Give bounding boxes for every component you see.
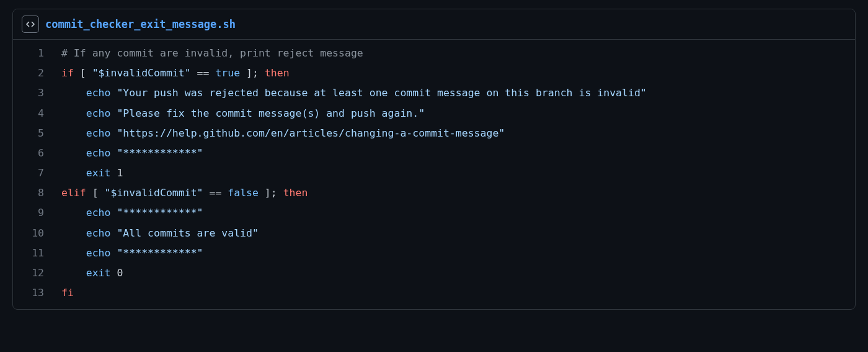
code-token: "$invalidCommit": [92, 67, 191, 79]
code-token: "************": [117, 147, 203, 159]
code-token: [61, 247, 86, 259]
code-token: [61, 267, 86, 279]
line-number: 13: [13, 283, 61, 303]
code-line[interactable]: 9 echo "************": [13, 203, 855, 223]
code-line[interactable]: 2if [ "$invalidCommit" == true ]; then: [13, 63, 855, 83]
line-number: 2: [13, 63, 61, 83]
code-content[interactable]: echo "************": [61, 143, 855, 163]
code-token: echo: [86, 87, 111, 99]
code-token: "Your push was rejected because at least…: [117, 87, 646, 99]
code-token: [61, 127, 86, 139]
code-token: exit: [86, 267, 111, 279]
code-line[interactable]: 13fi: [13, 283, 855, 303]
file-header: commit_checker_exit_message.sh: [13, 9, 855, 40]
code-token: [: [74, 67, 92, 79]
code-line[interactable]: 5 echo "https://help.github.com/en/artic…: [13, 124, 855, 143]
code-content[interactable]: echo "************": [61, 203, 855, 223]
code-line[interactable]: 7 exit 1: [13, 163, 855, 183]
code-token: echo: [86, 207, 111, 219]
code-token: [111, 107, 117, 119]
code-token: "$invalidCommit": [105, 187, 203, 199]
code-line[interactable]: 6 echo "************": [13, 143, 855, 163]
code-token: [61, 227, 86, 239]
line-number: 8: [13, 183, 61, 203]
code-token: echo: [86, 247, 111, 259]
line-number: 7: [13, 163, 61, 183]
line-number: 3: [13, 83, 61, 103]
code-token: false: [228, 187, 259, 199]
code-content[interactable]: elif [ "$invalidCommit" == false ]; then: [61, 183, 855, 203]
code-token: # If any commit are invalid, print rejec…: [61, 47, 363, 59]
code-content[interactable]: echo "https://help.github.com/en/article…: [61, 124, 855, 143]
code-content[interactable]: echo "Please fix the commit message(s) a…: [61, 104, 855, 124]
code-content[interactable]: exit 1: [61, 163, 855, 183]
code-token: echo: [86, 147, 111, 159]
code-token: [61, 87, 86, 99]
code-content[interactable]: if [ "$invalidCommit" == true ]; then: [61, 63, 855, 83]
code-token: then: [283, 187, 308, 199]
code-line[interactable]: 1# If any commit are invalid, print reje…: [13, 43, 855, 63]
line-number: 6: [13, 143, 61, 163]
code-line[interactable]: 8elif [ "$invalidCommit" == false ]; the…: [13, 183, 855, 203]
code-content[interactable]: echo "************": [61, 243, 855, 263]
code-token: elif: [61, 187, 86, 199]
code-token: [111, 147, 117, 159]
line-number: 5: [13, 124, 61, 143]
code-token: [111, 207, 117, 219]
code-line[interactable]: 4 echo "Please fix the commit message(s)…: [13, 104, 855, 124]
code-token: [61, 207, 86, 219]
code-token: echo: [86, 227, 111, 239]
line-number: 1: [13, 43, 61, 63]
code-body[interactable]: 1# If any commit are invalid, print reje…: [13, 40, 855, 309]
line-number: 10: [13, 223, 61, 243]
filename-link[interactable]: commit_checker_exit_message.sh: [45, 18, 236, 30]
code-token: "Please fix the commit message(s) and pu…: [117, 107, 425, 119]
code-token: true: [215, 67, 240, 79]
code-token: [61, 167, 86, 179]
code-line[interactable]: 3 echo "Your push was rejected because a…: [13, 83, 855, 103]
code-token: "All commits are valid": [117, 227, 258, 239]
line-number: 9: [13, 203, 61, 223]
code-token: 0: [111, 267, 123, 279]
code-token: "************": [117, 207, 203, 219]
code-token: exit: [86, 167, 111, 179]
code-token: then: [265, 67, 290, 79]
code-token: [111, 247, 117, 259]
code-token: [61, 147, 86, 159]
code-content[interactable]: # If any commit are invalid, print rejec…: [61, 43, 855, 63]
code-content[interactable]: exit 0: [61, 263, 855, 283]
code-token: "************": [117, 247, 203, 259]
code-token: echo: [86, 127, 111, 139]
code-token: if: [61, 67, 74, 79]
code-content[interactable]: echo "All commits are valid": [61, 223, 855, 243]
line-number: 11: [13, 243, 61, 263]
code-token: ];: [240, 67, 265, 79]
code-token: ];: [259, 187, 283, 199]
code-token: ==: [191, 67, 216, 79]
line-number: 12: [13, 263, 61, 283]
code-token: "https://help.github.com/en/articles/cha…: [117, 127, 505, 139]
line-number: 4: [13, 104, 61, 124]
code-token: [111, 127, 117, 139]
code-file-panel: commit_checker_exit_message.sh 1# If any…: [12, 9, 856, 310]
code-token: ==: [203, 187, 228, 199]
code-line[interactable]: 11 echo "************": [13, 243, 855, 263]
code-token: [111, 87, 117, 99]
code-file-icon: [22, 16, 39, 33]
code-line[interactable]: 12 exit 0: [13, 263, 855, 283]
code-token: [: [86, 187, 105, 199]
code-line[interactable]: 10 echo "All commits are valid": [13, 223, 855, 243]
code-token: fi: [61, 287, 74, 299]
code-token: [111, 227, 117, 239]
code-content[interactable]: echo "Your push was rejected because at …: [61, 83, 855, 103]
code-content[interactable]: fi: [61, 283, 855, 303]
code-token: [61, 107, 86, 119]
code-token: echo: [86, 107, 111, 119]
code-token: 1: [111, 167, 123, 179]
